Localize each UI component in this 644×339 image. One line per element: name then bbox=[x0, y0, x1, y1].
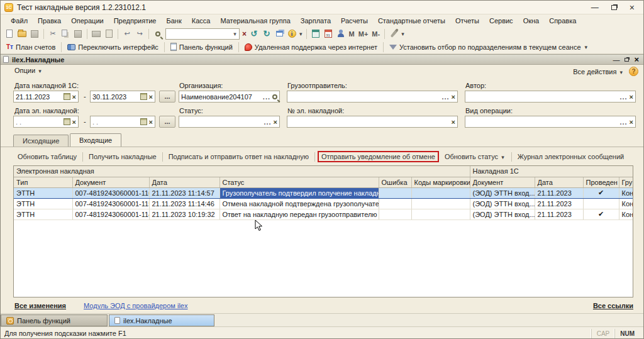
calendar-picker-icon[interactable] bbox=[64, 93, 70, 100]
calculator-icon[interactable] bbox=[310, 28, 321, 39]
all-actions-button[interactable]: Все действия ▾ bbox=[573, 68, 624, 75]
module-link[interactable]: Модуль ЭОД с провайдером ilex bbox=[84, 302, 187, 309]
choose-icon[interactable]: ... bbox=[619, 118, 627, 126]
choose-icon[interactable]: ... bbox=[441, 93, 449, 101]
calendar-picker-icon[interactable] bbox=[64, 118, 70, 125]
menu-file[interactable]: Файл bbox=[6, 16, 33, 26]
clear-icon[interactable]: × bbox=[274, 118, 277, 126]
col-document-1c[interactable]: Документ bbox=[470, 177, 535, 187]
save-icon[interactable] bbox=[29, 28, 40, 39]
menu-standard-reports[interactable]: Стандартные отчеты bbox=[373, 16, 450, 26]
col-error[interactable]: Ошибка bbox=[379, 177, 411, 187]
cell-error[interactable] bbox=[379, 198, 411, 209]
cell-document-1c[interactable]: (ЭОД) ЭТТН вход... bbox=[470, 209, 535, 220]
menu-help[interactable]: Справка bbox=[544, 16, 581, 26]
refresh-table-button[interactable]: Обновить таблицу bbox=[13, 152, 81, 162]
menu-service[interactable]: Сервис bbox=[484, 16, 518, 26]
cell-date[interactable]: 21.11.2023 10:19:32 bbox=[149, 209, 219, 220]
col-date[interactable]: Дата bbox=[149, 177, 219, 187]
cell-document-1c[interactable]: (ЭОД) ЭТТН вход... bbox=[470, 187, 535, 198]
cell-status[interactable]: Ответ на накладную передан грузоотправит… bbox=[219, 209, 379, 220]
nav-link-back-icon[interactable]: ↺ bbox=[248, 28, 260, 39]
cell-type[interactable]: ЭТТН bbox=[14, 187, 72, 198]
send-cancel-button[interactable]: Отправить уведомление об отмене bbox=[321, 153, 435, 160]
cell-error[interactable] bbox=[379, 187, 411, 198]
cell-type[interactable]: ЭТТН bbox=[14, 198, 72, 209]
paste-icon[interactable] bbox=[72, 28, 84, 39]
search-icon[interactable] bbox=[272, 94, 277, 99]
cut-icon[interactable]: ✂ bbox=[47, 28, 58, 39]
service-settings-icon[interactable] bbox=[388, 28, 399, 39]
info-icon[interactable]: i bbox=[286, 28, 297, 39]
cell-shipper[interactable]: Кон bbox=[619, 198, 633, 209]
date-el-to-field[interactable]: . . × bbox=[90, 116, 155, 128]
print-icon[interactable] bbox=[91, 28, 102, 39]
date-1c-more-button[interactable]: ... bbox=[159, 91, 175, 103]
nav-link-forward-icon[interactable]: ↻ bbox=[261, 28, 272, 39]
menu-edit[interactable]: Правка bbox=[33, 16, 66, 26]
cell-date-1c[interactable]: 21.11.2023 bbox=[535, 187, 583, 198]
menu-reports[interactable]: Отчеты bbox=[450, 16, 484, 26]
cell-shipper[interactable]: Кон bbox=[619, 209, 633, 220]
remote-support-button[interactable]: Удаленная поддержка через интернет bbox=[242, 43, 380, 52]
menu-calculations[interactable]: Расчеты bbox=[336, 16, 373, 26]
cell-type[interactable]: ЭТТН bbox=[14, 209, 72, 220]
cell-shipper[interactable]: Кон bbox=[619, 187, 633, 198]
tab-incoming[interactable]: Входящие bbox=[70, 133, 121, 147]
search-combobox[interactable]: ▾ bbox=[165, 28, 240, 40]
taskbar-tab-invoices[interactable]: ilex.Накладные bbox=[109, 314, 214, 326]
col-marking[interactable]: Коды маркировки bbox=[411, 177, 470, 187]
minimize-button[interactable]: — bbox=[591, 4, 599, 11]
clear-icon[interactable]: × bbox=[452, 118, 455, 126]
copy-icon[interactable] bbox=[60, 28, 71, 39]
table-row[interactable]: ЭТТН 007-4819243060001-116 21.11.2023 11… bbox=[14, 187, 633, 198]
print-preview-icon[interactable] bbox=[103, 28, 114, 39]
switch-interface-button[interactable]: Переключить интерфейс bbox=[64, 43, 162, 52]
clear-icon[interactable]: × bbox=[149, 93, 153, 101]
chevron-down-icon[interactable]: ▾ bbox=[231, 29, 239, 39]
cell-marking[interactable] bbox=[411, 187, 470, 198]
taskbar-tab-function-panel[interactable]: Панель функций bbox=[1, 314, 108, 326]
memory-plus-button[interactable]: M+ bbox=[357, 30, 370, 38]
cell-document[interactable]: 007-4819243060001-114 bbox=[72, 209, 149, 220]
options-menu-button[interactable]: Опции ▾ bbox=[14, 67, 43, 74]
help-icon[interactable]: ? bbox=[629, 67, 638, 76]
cell-document-1c[interactable]: (ЭОД) ЭТТН вход... bbox=[470, 198, 535, 209]
redo-icon[interactable]: ↪ bbox=[134, 28, 145, 39]
date-1c-from-field[interactable]: 21.11.2023 × bbox=[13, 91, 79, 103]
menu-windows[interactable]: Окна bbox=[518, 16, 545, 26]
cell-date-1c[interactable]: 21.11.2023 bbox=[535, 198, 583, 209]
clear-icon[interactable]: × bbox=[149, 118, 153, 126]
table-row[interactable]: ЭТТН 007-4819243060001-115 21.11.2023 11… bbox=[14, 198, 633, 209]
journal-button[interactable]: Журнал электронных сообщений bbox=[513, 152, 629, 162]
col-date-1c[interactable]: Дата bbox=[535, 177, 583, 187]
column-header-row[interactable]: Тип Документ Дата Статус Ошибка Коды мар… bbox=[14, 177, 633, 187]
chart-of-accounts-button[interactable]: Тт План счетов bbox=[3, 43, 58, 52]
invoices-table[interactable]: Электронная накладная Накладная 1С Тип Д… bbox=[13, 165, 633, 297]
all-changes-link[interactable]: Все изменения bbox=[14, 302, 66, 309]
col-shipper[interactable]: Гру bbox=[619, 177, 633, 187]
shipper-field[interactable]: ... × bbox=[287, 91, 458, 103]
clear-icon[interactable]: × bbox=[72, 118, 76, 126]
all-refs-link[interactable]: Все ссылки bbox=[593, 302, 633, 309]
open-icon[interactable] bbox=[16, 28, 28, 39]
menu-cash[interactable]: Касса bbox=[187, 16, 216, 26]
col-document[interactable]: Документ bbox=[72, 177, 149, 187]
calendar-picker-icon[interactable] bbox=[140, 118, 147, 125]
clear-search-icon[interactable]: × bbox=[241, 30, 248, 38]
function-panel-button[interactable]: Панель функций bbox=[167, 42, 236, 52]
subwindow-minimize-button[interactable]: — bbox=[613, 57, 619, 63]
date-el-more-button[interactable]: ... bbox=[159, 116, 175, 128]
author-field[interactable]: ... × bbox=[465, 91, 636, 103]
info-dropdown-icon[interactable]: ▾ bbox=[298, 31, 304, 37]
col-status[interactable]: Статус bbox=[219, 177, 379, 187]
sign-send-button[interactable]: Подписать и отправить ответ на накладную bbox=[164, 152, 313, 162]
op-kind-field[interactable]: ... × bbox=[465, 116, 636, 128]
cell-date[interactable]: 21.11.2023 11:14:57 bbox=[149, 187, 219, 198]
cell-marking[interactable] bbox=[411, 209, 470, 220]
subwindow-close-button[interactable]: × bbox=[634, 57, 639, 63]
choose-icon[interactable]: ... bbox=[264, 118, 271, 126]
cell-status-current[interactable]: Грузополучатель подтвердил получение нак… bbox=[219, 187, 379, 198]
menu-operations[interactable]: Операции bbox=[66, 16, 108, 26]
refresh-status-button[interactable]: Обновить статус ▾ bbox=[440, 152, 510, 162]
